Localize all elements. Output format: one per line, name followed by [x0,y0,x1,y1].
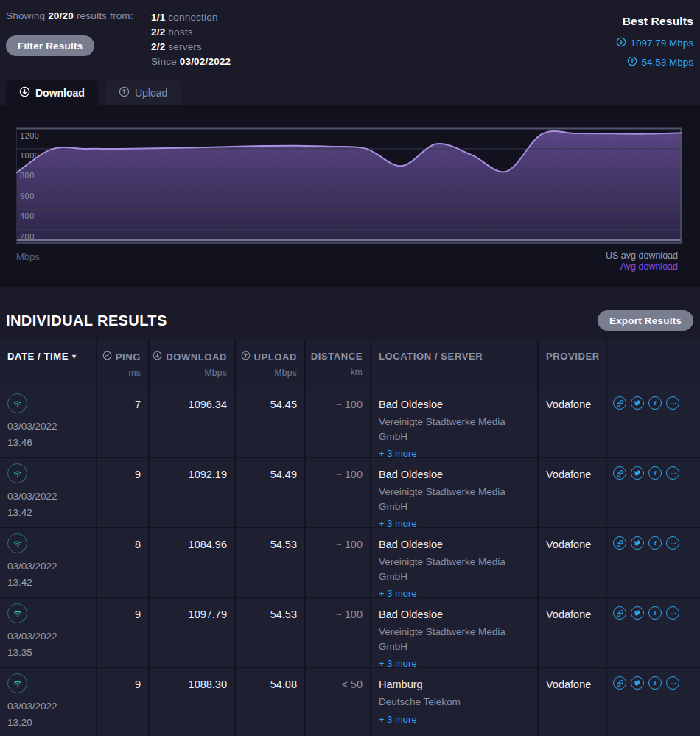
column-distance[interactable]: DISTANCE km [306,340,370,388]
result-time: 13:46 [7,435,90,451]
stat-since: Since 03/02/2022 [151,55,231,69]
result-time: 13:42 [7,505,90,521]
share-facebook-icon[interactable]: f [648,606,662,620]
share-twitter-icon[interactable] [631,676,644,690]
share-facebook-icon[interactable]: f [648,536,662,550]
wifi-connection-icon [7,463,27,483]
download-header-label: DOWNLOAD [166,351,227,362]
share-more-icon[interactable] [666,396,679,410]
showing-count: 20/20 [48,10,74,21]
ping-header-label: PING [116,351,141,362]
share-link-icon[interactable] [613,676,626,690]
date-time-cell: 03/03/2022 13:46 [0,388,96,457]
result-row[interactable]: 03/03/2022 13:42 8 1084.96 54.53 ~ 100 B… [0,528,700,597]
more-servers-link[interactable]: + 3 more [379,448,417,459]
svg-text:800: 800 [20,171,35,180]
result-upload: 54.08 [236,668,304,736]
share-facebook-icon[interactable]: f [648,466,662,480]
share-facebook-icon[interactable]: f [648,396,662,410]
column-provider[interactable]: PROVIDER [539,340,606,388]
share-icons: f [607,668,700,736]
showing-suffix: results from: [74,10,133,21]
provider-header-label: PROVIDER [546,351,600,362]
export-results-button[interactable]: Export Results [598,310,693,331]
result-time: 13:20 [7,715,90,731]
distance-header-label: DISTANCE [311,351,363,362]
column-share [607,340,700,388]
best-results: Best Results 1097.79 Mbps 54.53 Mbps [616,15,693,75]
share-link-icon[interactable] [613,396,626,410]
more-servers-link[interactable]: + 3 more [379,714,417,725]
share-twitter-icon[interactable] [631,606,644,620]
more-servers-link[interactable]: + 3 more [379,518,417,529]
column-date-time[interactable]: DATE / TIME ▾ [0,340,96,388]
share-more-icon[interactable] [666,536,679,550]
tab-download[interactable]: Download [6,80,98,105]
share-twitter-icon[interactable] [631,536,644,550]
download-icon [153,351,162,362]
result-time: 13:42 [7,575,90,591]
result-download: 1088.30 [150,668,234,736]
result-ping: 8 [97,528,148,597]
result-ping: 7 [97,388,148,457]
distance-unit: km [306,367,363,377]
location-server-cell: Hamburg Deutsche Telekom + 3 more [371,668,537,736]
legend-avg-download: Avg download [606,262,678,273]
column-upload[interactable]: UPLOAD Mbps [236,340,304,388]
result-row[interactable]: 03/03/2022 13:46 7 1096.34 54.45 ~ 100 B… [0,388,700,457]
share-more-icon[interactable] [666,466,679,480]
ping-unit: ms [97,368,141,378]
share-more-icon[interactable] [666,676,679,690]
result-provider: Vodafone [539,598,606,667]
result-date: 03/03/2022 [7,558,90,575]
share-more-icon[interactable] [666,606,679,620]
svg-text:200: 200 [20,232,35,241]
share-link-icon[interactable] [613,606,626,620]
column-download[interactable]: DOWNLOAD Mbps [150,340,234,388]
download-circle-icon [616,37,626,49]
result-server: Deutsche Telekom [379,695,526,709]
result-row[interactable]: 03/03/2022 13:35 9 1097.79 54.53 ~ 100 B… [0,598,700,667]
chart-unit-label: Mbps [16,251,40,262]
column-ping[interactable]: PING ms [97,340,148,388]
upload-unit: Mbps [236,368,297,378]
column-location-server[interactable]: LOCATION / SERVER [371,340,537,388]
best-download-value: 1097.79 Mbps [630,38,693,49]
tab-download-label: Download [35,87,85,99]
best-upload-value: 54.53 Mbps [641,57,693,68]
more-servers-link[interactable]: + 3 more [379,588,417,599]
svg-text:f: f [654,400,657,407]
result-row[interactable]: 03/03/2022 13:42 9 1092.19 54.49 ~ 100 B… [0,458,700,527]
share-link-icon[interactable] [613,536,626,550]
download-unit: Mbps [150,368,227,378]
more-servers-link[interactable]: + 3 more [379,658,417,669]
svg-text:f: f [654,680,657,687]
svg-text:f: f [654,610,657,617]
date-time-cell: 03/03/2022 13:35 [0,598,96,667]
share-twitter-icon[interactable] [631,396,644,410]
result-server: Vereinigte Stadtwerke Media GmbH [379,555,526,583]
share-twitter-icon[interactable] [631,466,644,480]
result-row[interactable]: 03/03/2022 13:20 9 1088.30 54.08 < 50 Ha… [0,668,700,736]
result-location: Hamburg [379,679,531,690]
result-location: Bad Oldesloe [379,469,531,480]
results-summary: Showing 20/20 results from: [6,10,133,21]
result-download: 1096.34 [150,388,234,457]
result-upload: 54.45 [236,388,304,457]
date-time-cell: 03/03/2022 13:42 [0,458,96,527]
stat-connections: 1/1 connection [151,10,231,25]
ping-icon [102,351,112,362]
individual-results-title: INDIVIDUAL RESULTS [6,312,167,329]
share-facebook-icon[interactable]: f [648,676,662,690]
tab-upload[interactable]: Upload [105,80,181,105]
result-location: Bad Oldesloe [379,399,531,410]
showing-prefix: Showing [6,10,48,21]
wifi-connection-icon [7,533,27,553]
share-icons: f [607,528,700,597]
filter-results-button[interactable]: Filter Results [6,35,94,56]
result-server: Vereinigte Stadtwerke Media GmbH [379,485,526,514]
best-download: 1097.79 Mbps [616,37,693,49]
sort-caret-icon: ▾ [72,352,77,360]
date-time-cell: 03/03/2022 13:42 [0,528,96,597]
share-link-icon[interactable] [613,466,626,480]
